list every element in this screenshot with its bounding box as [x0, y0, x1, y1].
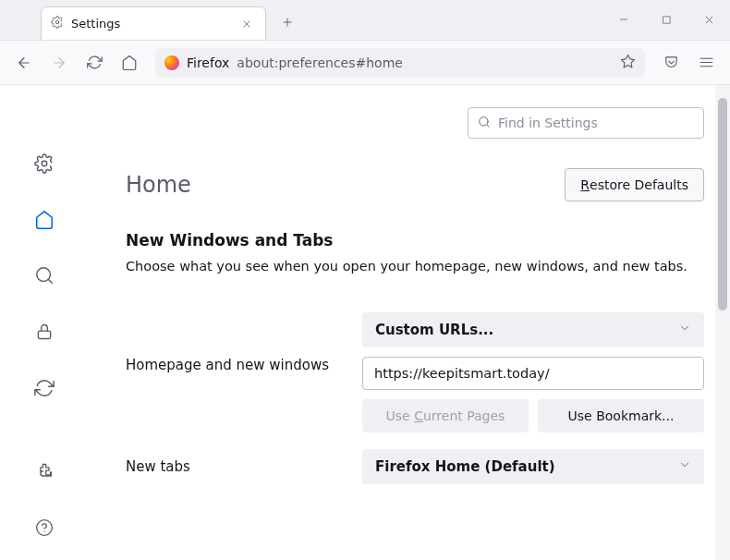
newtabs-label: New tabs — [126, 458, 362, 475]
svg-rect-1 — [663, 16, 669, 22]
settings-sidebar — [0, 85, 89, 560]
use-bookmark-button[interactable]: Use Bookmark... — [538, 399, 704, 432]
back-button[interactable] — [9, 48, 39, 78]
new-tab-button[interactable] — [274, 8, 301, 36]
sidebar-general-icon[interactable] — [28, 150, 61, 178]
svg-marker-2 — [621, 55, 634, 67]
maximize-button[interactable] — [645, 0, 687, 40]
close-window-button[interactable] — [687, 0, 730, 40]
url-text: about:preferences#home — [237, 55, 403, 70]
sidebar-search-icon[interactable] — [28, 262, 61, 290]
menu-button[interactable] — [691, 48, 721, 78]
vertical-scrollbar[interactable] — [715, 85, 730, 560]
chevron-down-icon — [678, 458, 691, 475]
homepage-url-input[interactable] — [362, 357, 704, 390]
sidebar-privacy-icon[interactable] — [28, 318, 61, 347]
pocket-button[interactable] — [656, 48, 686, 78]
newtabs-dropdown[interactable]: Firefox Home (Default) — [362, 449, 704, 484]
search-input[interactable]: Find in Settings — [468, 107, 704, 139]
tab-label: Settings — [71, 17, 120, 30]
use-current-pages-button[interactable]: Use Current Pages — [362, 399, 529, 432]
sidebar-home-icon[interactable] — [28, 206, 61, 235]
homepage-label: Homepage and new windows — [126, 312, 362, 373]
reload-button[interactable] — [79, 48, 109, 78]
restore-defaults-button[interactable]: Restore Defaults — [565, 168, 704, 201]
search-icon — [478, 116, 491, 131]
svg-point-3 — [42, 162, 47, 167]
home-button[interactable] — [115, 48, 144, 78]
firefox-icon — [164, 55, 179, 70]
section-description: Choose what you see when you open your h… — [126, 259, 704, 274]
scrollbar-thumb[interactable] — [718, 98, 727, 310]
forward-button — [44, 48, 74, 78]
search-placeholder: Find in Settings — [498, 116, 598, 130]
sidebar-extensions-icon[interactable] — [28, 457, 61, 486]
browser-tab[interactable]: Settings — [41, 6, 266, 40]
section-heading: New Windows and Tabs — [126, 231, 704, 250]
homepage-mode-dropdown[interactable]: Custom URLs... — [362, 312, 704, 347]
sidebar-help-icon[interactable] — [28, 513, 61, 542]
url-brand: Firefox — [187, 55, 229, 70]
sidebar-sync-icon[interactable] — [28, 373, 61, 402]
chevron-down-icon — [678, 322, 691, 338]
page-title: Home — [126, 172, 191, 198]
minimize-button[interactable] — [602, 0, 645, 40]
svg-point-6 — [37, 519, 53, 535]
address-bar[interactable]: Firefox about:preferences#home — [155, 48, 645, 78]
svg-point-0 — [55, 20, 59, 24]
bookmark-star-icon[interactable] — [620, 54, 636, 72]
close-tab-icon[interactable] — [237, 15, 256, 33]
svg-rect-5 — [38, 331, 50, 338]
gear-icon — [51, 16, 64, 31]
